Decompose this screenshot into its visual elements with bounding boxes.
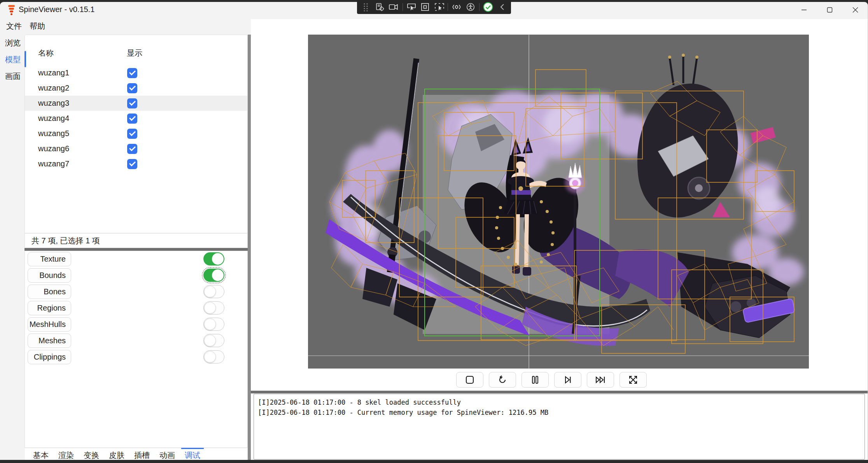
collapse-chevron-icon[interactable] [497,2,508,12]
active-tab-indicator [24,51,26,67]
property-tab-bar: 基本 渲染 变换 皮肤 插槽 动画 调试 [25,448,247,460]
model-name: wuzang5 [38,126,69,141]
toggle-knob [204,286,216,297]
grip-handle-icon[interactable] [361,2,371,12]
tab-animation[interactable]: 动画 [159,448,175,460]
regions-toggle[interactable] [203,301,224,314]
tab-render[interactable]: 渲染 [58,448,74,460]
toggle-knob [204,318,216,330]
visibility-checkbox[interactable] [127,83,137,93]
tab-basic[interactable]: 基本 [33,448,49,460]
visibility-checkbox[interactable] [127,68,137,78]
restart-button[interactable] [489,372,516,388]
fast-forward-icon [595,375,606,384]
toolbar-separator [402,3,403,11]
stop-button[interactable] [456,372,483,388]
visibility-checkbox[interactable] [127,129,137,139]
texture-toggle[interactable] [203,252,224,266]
log-line: [I]2025-06-18 01:17:00 - 8 skel loaded s… [258,397,864,407]
log-splitter[interactable] [251,391,868,393]
minimize-button[interactable] [791,2,817,17]
bounds-toggle[interactable] [203,269,224,282]
fullscreen-button[interactable] [620,372,647,388]
horizontal-splitter[interactable] [24,248,248,251]
fast-forward-button[interactable] [587,372,614,388]
tab-skin[interactable]: 皮肤 [109,448,124,460]
table-row[interactable]: wuzang7 [25,156,247,171]
toggle-knob [212,253,224,265]
minimize-icon [801,7,807,13]
pause-button[interactable] [522,372,549,388]
tab-slot[interactable]: 插槽 [134,448,150,460]
model-name: wuzang6 [38,141,69,156]
regions-button[interactable]: Regions [28,301,71,315]
vertical-splitter[interactable] [248,35,251,460]
bones-toggle[interactable] [203,285,224,298]
model-name: wuzang2 [38,80,69,96]
step-forward-button[interactable] [554,372,581,388]
list-status-bar: 共 7 项, 已选择 1 项 [24,233,248,248]
element-select-icon[interactable] [434,2,444,12]
region-select-icon[interactable] [420,2,430,12]
check-circle-icon[interactable] [483,2,494,12]
log-output[interactable]: [I]2025-06-18 01:17:00 - 8 skel loaded s… [254,394,865,460]
toolbar-separator [479,3,480,11]
toggle-knob [204,335,216,346]
sidebar-tab-screen[interactable]: 画面 [3,70,23,82]
selection-status: 共 7 项, 已选择 1 项 [32,234,100,248]
record-camera-icon[interactable] [388,2,399,12]
tab-debug[interactable]: 调试 [185,448,200,460]
table-row-selected[interactable]: wuzang3 [25,96,247,111]
app-window: SpineViewer - v0.15.1 文件 帮助 浏览 模型 画面 名称 … [0,2,868,460]
menu-help[interactable]: 帮助 [27,20,47,32]
menu-file[interactable]: 文件 [4,20,24,32]
table-row[interactable]: wuzang1 [25,65,247,80]
maximize-button[interactable] [817,2,842,17]
debug-panel: Texture Bounds Bones Regions MeshHulls M… [24,251,248,448]
accessibility-icon[interactable] [466,2,476,12]
window-title: SpineViewer - v0.15.1 [19,5,94,14]
bounds-button[interactable]: Bounds [28,268,71,283]
table-row[interactable]: wuzang2 [25,80,247,96]
pause-icon [530,375,540,384]
table-row[interactable]: wuzang6 [25,141,247,156]
toggle-knob [204,302,216,314]
meshhulls-toggle[interactable] [203,318,224,331]
sidebar-tab-model[interactable]: 模型 [3,54,23,65]
visibility-checkbox[interactable] [127,114,137,124]
table-row[interactable]: wuzang5 [25,126,247,141]
close-button[interactable] [842,2,868,17]
visibility-checkbox[interactable] [127,144,137,154]
meshhulls-button[interactable]: MeshHulls [28,317,71,332]
meshes-button[interactable]: Meshes [28,334,71,348]
spine-canvas[interactable] [308,35,809,369]
sidebar-tab-browse[interactable]: 浏览 [3,37,23,49]
model-list-panel: 名称 显示 wuzang1 wuzang2 wuzang3 wuzang4 wu… [24,35,248,233]
settings-braces-icon[interactable] [452,2,462,12]
window-select-icon[interactable] [406,2,417,12]
meshes-toggle[interactable] [203,334,224,347]
model-name: wuzang7 [38,156,69,171]
spine-logo [7,5,16,15]
model-name: wuzang4 [38,111,69,126]
log-line: [I]2025-06-18 01:17:00 - Current memory … [258,407,864,418]
clippings-button[interactable]: Clippings [28,350,71,364]
visibility-checkbox[interactable] [127,98,137,108]
capture-toolbar[interactable] [357,0,511,14]
clippings-toggle[interactable] [203,350,224,363]
element-capture-icon[interactable] [375,2,385,12]
tab-transform[interactable]: 变换 [84,448,99,460]
model-name: wuzang1 [38,65,69,80]
texture-button[interactable]: Texture [28,252,71,266]
viewer-panel: [I]2025-06-18 01:17:00 - 8 skel loaded s… [251,19,868,460]
column-header-visible[interactable]: 显示 [127,46,142,60]
table-row[interactable]: wuzang4 [25,111,247,126]
restart-icon [498,375,507,384]
column-header-name[interactable]: 名称 [38,46,54,60]
bones-button[interactable]: Bones [28,285,71,299]
maximize-icon [827,7,833,13]
toolbar-separator [448,3,448,11]
fullscreen-icon [628,375,638,384]
stop-icon [465,375,474,384]
visibility-checkbox[interactable] [127,159,137,169]
